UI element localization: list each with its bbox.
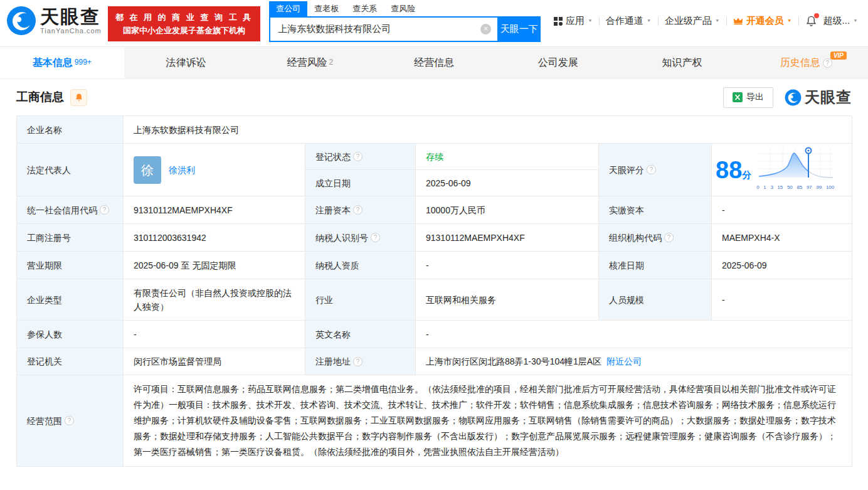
tab-development[interactable]: 公司发展 — [496, 47, 620, 78]
brand-name: 天眼查 — [40, 7, 102, 27]
credit-code-label: 统一社会信用代码 ? — [17, 196, 124, 224]
reg-address-label: 注册地址 ? — [305, 348, 416, 375]
export-button[interactable]: 导出 — [723, 87, 773, 108]
slogan-line1: 都 在 用 的 商 业 查 询 工 具 — [115, 11, 253, 24]
tab-legal[interactable]: 法律诉讼 — [124, 47, 248, 78]
tianyancha-logo-icon — [6, 6, 36, 36]
search-tab-risk[interactable]: 查风险 — [384, 1, 422, 16]
divider — [726, 17, 727, 26]
reg-address-value: 上海市闵行区闵北路88弄1-30号104幢1层A区 — [426, 354, 601, 368]
bell-icon — [75, 93, 83, 102]
nav-account[interactable]: 超级... ▼ — [823, 15, 858, 27]
taxpayer-id-label: 纳税人识别号 ? — [305, 224, 416, 252]
watermark-brand: 天眼查 — [805, 87, 852, 107]
search-input[interactable] — [269, 16, 497, 42]
nav-partner-label: 合作通道 — [606, 15, 643, 27]
notification-bell[interactable] — [805, 15, 817, 27]
top-header: 天眼查 TianYanCha.com 都 在 用 的 商 业 查 询 工 具 国… — [0, 0, 868, 46]
business-scope-value: 许可项目：互联网信息服务；药品互联网信息服务；第二类增值电信业务。（依法须经批准… — [124, 375, 852, 467]
establish-date-label: 成立日期 — [305, 170, 416, 196]
nav-enterprise-label: 企业级产品 — [665, 15, 712, 27]
slogan-line2: 国家中小企业发展子基金旗下机构 — [115, 24, 253, 37]
company-type-label: 企业类型 — [17, 279, 124, 321]
nearby-companies-link[interactable]: 附近公司 — [606, 354, 642, 368]
search-button[interactable]: 天眼一下 — [497, 16, 541, 42]
establish-date-value: 2025-06-09 — [416, 170, 599, 196]
credit-code-value: 91310112MAEMPXH4XF — [124, 196, 305, 224]
approval-date-label: 核准日期 — [599, 252, 712, 279]
help-icon[interactable]: ? — [647, 165, 656, 174]
reg-number-value: 310112003631942 — [124, 224, 305, 252]
reg-status-value: 存续 — [416, 144, 599, 170]
tab-basic-info[interactable]: 基本信息 999+ — [0, 47, 124, 78]
help-icon[interactable]: ? — [100, 205, 109, 215]
org-code-value: MAEMPXH4-X — [712, 224, 852, 252]
business-scope-label-text: 经营范围 — [27, 414, 62, 428]
legal-rep-cell: 徐 徐洪利 — [124, 144, 305, 196]
apps-grid-icon — [554, 17, 563, 26]
nav-partner[interactable]: 合作通道 ▼ — [606, 15, 652, 27]
staff-size-value: - — [712, 279, 852, 321]
score-label-text: 天眼评分 — [609, 163, 644, 177]
company-name-value: 上海东软数据科技有限公司 — [124, 116, 852, 144]
tick: 100 — [826, 181, 834, 194]
insured-count-value: - — [124, 321, 305, 348]
tick: 15 — [777, 181, 783, 194]
reg-authority-label: 登记机关 — [17, 348, 124, 375]
subscribe-bell-button[interactable] — [70, 89, 87, 106]
english-name-label: 英文名称 — [305, 321, 416, 348]
taxpayer-quality-label: 纳税人资质 — [305, 252, 416, 279]
help-icon[interactable]: ? — [353, 205, 363, 215]
approval-date-value: 2025-06-09 — [712, 252, 852, 279]
help-icon[interactable]: ? — [65, 416, 74, 425]
help-icon[interactable]: ? — [823, 58, 832, 68]
business-term-value: 2025-06-09 至 无固定期限 — [124, 252, 305, 279]
tab-risk-label: 经营风险 — [287, 56, 327, 70]
legal-rep-avatar[interactable]: 徐 — [134, 156, 161, 184]
nav-apps[interactable]: 应用 ▼ — [554, 15, 593, 27]
nav-vip[interactable]: 开通会员 ▼ — [733, 15, 792, 27]
score-label: 天眼评分 ? — [599, 144, 712, 196]
search-type-tabs: 查公司 查老板 查关系 查风险 — [269, 1, 541, 16]
help-icon[interactable]: ? — [371, 233, 380, 242]
reg-address-label-text: 注册地址 — [315, 354, 351, 368]
tab-risk-badge: 2 — [329, 58, 333, 67]
tab-risk[interactable]: 经营风险 2 — [248, 47, 372, 78]
help-icon[interactable]: ? — [353, 357, 363, 366]
search-tab-relation[interactable]: 查关系 — [346, 1, 384, 16]
english-name-value: - — [416, 321, 852, 348]
score-distribution-chart: 0 1 3 15 50 85 97 99 100 — [756, 145, 835, 194]
chevron-down-icon: ▼ — [588, 19, 593, 23]
nav-enterprise[interactable]: 企业级产品 ▼ — [665, 15, 720, 27]
tab-operating-info[interactable]: 经营信息 — [372, 47, 496, 78]
search-tab-boss[interactable]: 查老板 — [307, 1, 346, 16]
reg-status-label: 登记状态 ? — [305, 144, 416, 170]
tab-operating-info-label: 经营信息 — [414, 56, 454, 70]
staff-size-label: 人员规模 — [599, 279, 712, 321]
top-nav: 应用 ▼ 合作通道 ▼ 企业级产品 ▼ 开通会员 ▼ 超级... ▼ — [554, 15, 858, 27]
tab-ip[interactable]: 知识产权 — [620, 47, 744, 78]
tick: 3 — [770, 181, 773, 194]
company-tabbar: 基本信息 999+ 法律诉讼 经营风险 2 经营信息 公司发展 知识产权 历史信… — [0, 46, 868, 79]
legal-rep-label: 法定代表人 — [17, 144, 124, 196]
help-icon[interactable]: ? — [353, 152, 363, 161]
tab-history-label: 历史信息 — [780, 56, 820, 70]
company-type-value: 有限责任公司（非自然人投资或控股的法人独资） — [124, 279, 305, 321]
paid-capital-label: 实缴资本 — [599, 196, 712, 224]
search-tab-company[interactable]: 查公司 — [269, 1, 307, 16]
tianyancha-logo[interactable]: 天眼查 TianYanCha.com — [6, 6, 102, 36]
tab-history[interactable]: 历史信息 ? VIP — [744, 47, 868, 78]
legal-rep-link[interactable]: 徐洪利 — [169, 163, 195, 177]
reg-address-cell: 上海市闵行区闵北路88弄1-30号104幢1层A区 附近公司 — [416, 348, 852, 375]
help-icon[interactable]: ? — [664, 233, 674, 242]
search-input-box: × — [269, 16, 497, 42]
paid-capital-value: - — [712, 196, 852, 224]
score-cell[interactable]: 88分 — [712, 144, 852, 196]
tab-basic-info-badge: 999+ — [75, 58, 92, 67]
business-term-label: 营业期限 — [17, 252, 124, 279]
insured-count-label: 参保人数 — [17, 321, 124, 348]
tick: 1 — [763, 181, 766, 194]
divider — [798, 17, 799, 26]
divider — [599, 17, 600, 26]
tick: 50 — [787, 181, 793, 194]
